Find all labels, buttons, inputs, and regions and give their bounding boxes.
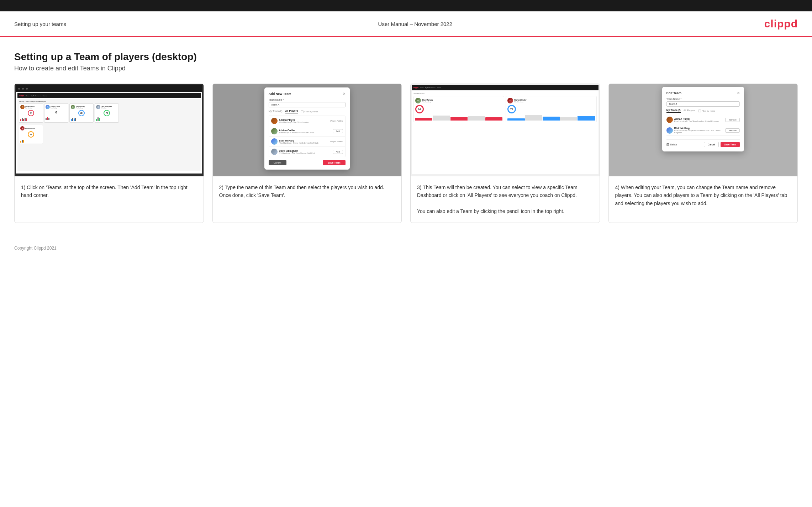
edit-filter-label: Filter by name: [702, 110, 715, 112]
tab-all-players[interactable]: All Players: [285, 110, 298, 113]
edit-filter-checkbox[interactable]: [698, 110, 701, 112]
edit-tab-all-players[interactable]: All Players: [684, 109, 695, 112]
add-player-2-button[interactable]: Add: [333, 129, 343, 133]
ss3-bar: [543, 117, 560, 121]
card-1: clippd Home My Performance Teams Trackin…: [14, 84, 204, 223]
ss1-bar: [23, 140, 24, 143]
ss1-avatar-2: A: [46, 105, 50, 109]
card-4: Edit Team ✕ Team Name * Team A My Team (…: [608, 84, 798, 223]
ss3-bar: [578, 116, 595, 121]
ss1-bar: [72, 118, 73, 121]
cancel-button[interactable]: Cancel: [269, 160, 286, 165]
footer: Copyright Clippd 2021: [0, 241, 812, 261]
player-list: Adrian Player Plus Handicap · The Shire …: [269, 116, 346, 157]
ss3-bar: [560, 117, 577, 121]
cards-grid: clippd Home My Performance Teams Trackin…: [14, 84, 798, 223]
header-left-text: Setting up your teams: [14, 21, 66, 27]
ss3-bar: [415, 118, 432, 121]
ss1-name-5: Richard Butler: [25, 128, 35, 129]
page-title: Setting up a Team of players (desktop): [14, 51, 798, 63]
edit-modal-tabs: My Team (2) All Players Filter by name: [666, 109, 740, 113]
ss3-detail-1: Plus Handicap: [422, 101, 433, 103]
edit-filter: Filter by name: [698, 110, 715, 112]
ss1-bar: [74, 118, 75, 121]
add-team-modal: Add New Team ✕ Team Name * Team A My Tea…: [264, 87, 350, 170]
edit-modal-close-icon[interactable]: ✕: [737, 91, 740, 95]
nav-dot: [18, 88, 20, 90]
edit-player-info-2: Blair McHarg Plus Handicap · Royal North…: [666, 127, 726, 134]
ss1-player-3: B Blair McHarg Plus Handicap 194: [69, 103, 94, 123]
ss1-bars-1: [20, 117, 42, 121]
remove-player-1-button[interactable]: Remove: [725, 118, 739, 122]
ss1-bar: [71, 119, 72, 121]
player-details-2: Adrian Coliba 1 Handicap · Central Londo…: [279, 129, 315, 134]
filter-checkbox[interactable]: [301, 110, 304, 113]
player-avatar-2: [271, 128, 278, 134]
ss1-player-1: A Adrian Coliba Plus Handicap 84: [19, 103, 43, 123]
ss1-bar: [23, 119, 24, 121]
ss1-bars-2: [46, 116, 67, 120]
edit-save-team-button[interactable]: Save Team: [721, 142, 739, 147]
ss1-nav: [16, 85, 202, 92]
ss1-bar: [26, 118, 27, 121]
copyright-text: Copyright Clippd 2021: [14, 246, 57, 251]
edit-player-row-2: Blair McHarg Plus Handicap · Royal North…: [666, 125, 740, 136]
clippd-logo: clippd: [764, 18, 798, 30]
delete-team-button[interactable]: Delete: [666, 143, 677, 146]
ss1-detail-1: Plus Handicap: [25, 107, 35, 109]
ss3-score-2: 72: [507, 105, 516, 113]
ss3-score-1: 94: [415, 105, 424, 113]
ss1-topbar: clippd Home My Performance Teams: [17, 93, 201, 98]
ss1-score-3: 194: [78, 110, 85, 116]
team-name-input[interactable]: Team A: [269, 102, 346, 107]
nav-dot: [26, 88, 28, 90]
ss1-bar: [99, 118, 100, 121]
edit-tab-my-team[interactable]: My Team (2): [666, 109, 681, 113]
card-4-text: 4) When editing your Team, you can chang…: [609, 176, 798, 223]
card-2: Add New Team ✕ Team Name * Team A My Tea…: [212, 84, 402, 223]
player-name-2: Adrian Coliba: [279, 129, 315, 132]
add-player-4-button[interactable]: Add: [333, 150, 343, 154]
header-center-text: User Manual – November 2022: [378, 21, 452, 27]
edit-player-info-1: Adrian Player Plus Handicap · The Shire …: [666, 117, 719, 123]
player-club-3: Plus Handicap · Royal North Devon Golf C…: [279, 142, 318, 144]
edit-cancel-button[interactable]: Cancel: [704, 142, 719, 147]
ss1-bars-3: [71, 117, 92, 121]
ss3-bars-1: [415, 113, 502, 121]
edit-footer: Delete Cancel Save Team: [666, 139, 740, 147]
ss3-nav-teams: Teams: [437, 87, 441, 89]
screenshot-1: clippd Home My Performance Teams Trackin…: [15, 84, 204, 176]
ss3-bar: [468, 116, 485, 121]
edit-player-club-2: Plus Handicap · Royal North Devon Golf C…: [674, 129, 726, 134]
ss1-bar: [25, 118, 26, 121]
edit-modal-header: Edit Team ✕: [666, 91, 740, 95]
edit-player-row-1: Adrian Player Plus Handicap · The Shire …: [666, 115, 740, 125]
ss1-avatar-5: R: [20, 126, 25, 130]
player-details-3: Blair McHarg Plus Handicap · Royal North…: [279, 139, 318, 144]
svg-rect-0: [667, 144, 669, 146]
ss1-name-4: Dave Billingham: [101, 106, 112, 107]
ss3-player-2: R Richard Butler Plus Handicap 72: [506, 96, 596, 122]
ss3-nav-perf: My Performance: [425, 87, 435, 89]
edit-modal-title: Edit Team: [666, 91, 681, 95]
remove-player-2-button[interactable]: Remove: [725, 128, 739, 133]
top-bar: [0, 0, 812, 11]
ss1-player-5: R Richard Butler 72: [19, 125, 43, 144]
ss1-section: Tracking 5 out of 4 players from All Pla…: [19, 101, 199, 102]
player-item-2: Adrian Coliba 1 Handicap · Central Londo…: [269, 126, 345, 137]
player-item-4: Dave Billingham 5.5 Handicap · The Dog M…: [269, 147, 345, 157]
edit-team-name-input[interactable]: Team A: [666, 101, 740, 107]
tab-my-team[interactable]: My Team (2): [269, 110, 283, 113]
ss1-score-num: 0: [46, 111, 67, 114]
edit-team-name-label: Team Name *: [666, 98, 740, 100]
edit-player-club-1: Plus Handicap · The Shire London, United…: [674, 120, 719, 122]
ss1-name-3: Blair McHarg: [76, 106, 85, 107]
ss1-bar: [96, 119, 97, 121]
player-added-1: Player Added: [330, 120, 343, 122]
header: Setting up your teams User Manual – Nove…: [0, 11, 812, 37]
save-team-button[interactable]: Save Team: [323, 160, 346, 165]
ss1-bar: [20, 119, 21, 121]
ss1-player-4: D Dave Billingham 5 Handicap 78: [95, 103, 119, 123]
ss3-player-1: B Blair McHarg Plus Handicap 94: [413, 96, 504, 122]
modal-close-icon[interactable]: ✕: [343, 92, 346, 96]
